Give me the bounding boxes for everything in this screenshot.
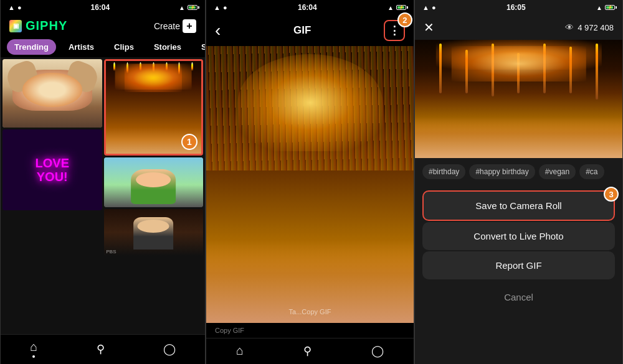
gif-item-love[interactable]: LOVEYOU! bbox=[2, 129, 102, 210]
signal-icon-1: ● bbox=[17, 4, 22, 11]
tab-clips[interactable]: Clips bbox=[107, 39, 141, 55]
gif-item-anime[interactable] bbox=[104, 157, 204, 207]
status-bar-2: ▲ ● 16:04 ▲ ⚡ bbox=[206, 0, 414, 15]
giphy-logo-text: GIPHY bbox=[26, 19, 67, 33]
gif-watermark: Ta...Copy GIF bbox=[289, 308, 331, 315]
close-button[interactable]: ✕ bbox=[424, 21, 434, 34]
giphy-logo-icon: ▣ bbox=[9, 20, 22, 32]
gif-col-right: 1 PBS bbox=[104, 59, 204, 332]
status-bar-1: ▲ ● 16:04 ▲ ⚡ bbox=[1, 0, 205, 15]
category-tabs: Trending Artists Clips Stories Stick bbox=[1, 37, 205, 57]
eye-icon: 👁 bbox=[565, 22, 574, 32]
giphy-app-header: ▣ GIPHY Create + bbox=[1, 15, 205, 37]
gif-view-header: ‹ GIF ⋮ 2 bbox=[206, 15, 414, 46]
time-2: 16:04 bbox=[298, 3, 317, 12]
giphy-logo: ▣ GIPHY bbox=[9, 19, 67, 33]
hashtag-happy-birthday[interactable]: #happy birthday bbox=[469, 164, 535, 179]
battery-icon-1: ⚡ bbox=[188, 5, 197, 10]
battery-icon-3: ⚡ bbox=[605, 5, 615, 10]
tab-stickers[interactable]: Stick bbox=[194, 39, 205, 55]
battery-icon-2: ⚡ bbox=[396, 5, 406, 10]
hashtag-vegan[interactable]: #vegan bbox=[539, 164, 576, 179]
nav-search-2[interactable]: ⚲ bbox=[303, 344, 312, 358]
step-1-badge: 1 bbox=[181, 134, 197, 150]
time-3: 16:05 bbox=[506, 3, 526, 12]
share-header: ✕ 👁 4 972 408 bbox=[415, 15, 622, 40]
gif-col-left: LOVEYOU! bbox=[2, 59, 102, 332]
bottom-nav-2: ⌂ ⚲ ◯ bbox=[206, 338, 414, 364]
gif-large-candle: Ta...Copy GIF bbox=[206, 46, 414, 323]
tab-stories[interactable]: Stories bbox=[146, 39, 189, 55]
back-button[interactable]: ‹ bbox=[215, 22, 221, 39]
hashtag-birthday[interactable]: #birthday bbox=[422, 164, 465, 179]
create-plus-icon: + bbox=[183, 19, 196, 33]
time-1: 16:04 bbox=[90, 3, 110, 12]
action-buttons: Save to Camera Roll 3 Convert to Live Ph… bbox=[415, 185, 622, 364]
save-to-camera-roll-button[interactable]: Save to Camera Roll 3 bbox=[422, 190, 615, 221]
gif-bottom-bar: Copy GIF bbox=[206, 323, 414, 338]
tab-trending[interactable]: Trending bbox=[7, 39, 56, 55]
nav-home-2[interactable]: ⌂ bbox=[236, 343, 244, 358]
cancel-button[interactable]: Cancel bbox=[422, 283, 615, 311]
gif-view-panel: ▲ ● 16:04 ▲ ⚡ ‹ GIF ⋮ 2 bbox=[206, 0, 414, 364]
location-icon-2: ▲ bbox=[388, 4, 394, 11]
view-count: 👁 4 972 408 bbox=[565, 22, 614, 32]
gif-view-title: GIF bbox=[293, 24, 311, 37]
love-text: LOVEYOU! bbox=[36, 156, 69, 184]
nav-search-1[interactable]: ⚲ bbox=[97, 342, 105, 356]
location-icon-1: ▲ bbox=[179, 4, 185, 11]
hashtag-row: #birthday #happy birthday #vegan #ca bbox=[415, 158, 622, 185]
wifi-icon-3: ▲ bbox=[422, 4, 429, 11]
gif-main-display: Ta...Copy GIF bbox=[206, 46, 414, 323]
convert-to-live-photo-button[interactable]: Convert to Live Photo bbox=[422, 222, 615, 250]
step-3-badge: 3 bbox=[604, 187, 619, 202]
hashtag-ca[interactable]: #ca bbox=[579, 164, 604, 179]
tab-artists[interactable]: Artists bbox=[61, 39, 102, 55]
location-icon-3: ▲ bbox=[596, 4, 602, 11]
share-menu-panel: ▲ ● 16:05 ▲ ⚡ ✕ 👁 4 972 408 bbox=[414, 0, 623, 364]
status-bar-3: ▲ ● 16:05 ▲ ⚡ bbox=[415, 0, 622, 15]
giphy-home-panel: ▲ ● 16:04 ▲ ⚡ ▣ GIPHY Create + Trending … bbox=[0, 0, 206, 364]
gif-grid: LOVEYOU! 1 bbox=[1, 57, 205, 334]
bottom-nav-1: ⌂ ⚲ ◯ bbox=[1, 334, 205, 364]
wifi-icon-1: ▲ bbox=[8, 4, 15, 11]
share-gif-preview bbox=[415, 40, 622, 158]
signal-icon-2: ● bbox=[223, 4, 227, 11]
gif-item-candle-selected[interactable]: 1 bbox=[104, 59, 204, 156]
step-2-badge: 2 bbox=[397, 12, 412, 27]
copy-gif-button[interactable]: Copy GIF bbox=[215, 327, 244, 334]
gif-item-dog[interactable] bbox=[2, 59, 102, 128]
nav-home-1[interactable]: ⌂ bbox=[30, 340, 37, 358]
nav-profile-1[interactable]: ◯ bbox=[163, 342, 176, 356]
nav-profile-2[interactable]: ◯ bbox=[371, 344, 384, 358]
gif-item-boy[interactable]: PBS bbox=[104, 209, 204, 256]
create-button[interactable]: Create + bbox=[154, 19, 196, 33]
report-gif-button[interactable]: Report GIF bbox=[422, 251, 615, 279]
wifi-icon-2: ▲ bbox=[214, 4, 221, 11]
signal-icon-3: ● bbox=[432, 4, 436, 11]
